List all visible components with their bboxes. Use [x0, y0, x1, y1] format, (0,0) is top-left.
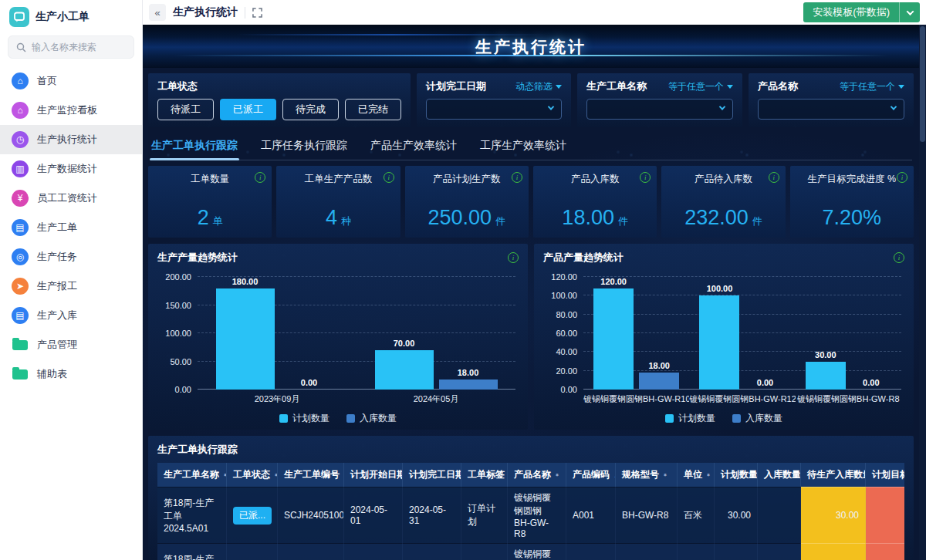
topbar-divider	[245, 7, 245, 19]
status-filter-option[interactable]: 已派工	[220, 99, 276, 120]
info-icon[interactable]: i	[894, 252, 904, 263]
chart-legend: 计划数量入库数量	[543, 412, 904, 425]
status-filter-option[interactable]: 已完结	[345, 99, 401, 120]
kpi-value: 18.00件	[533, 206, 657, 230]
folder-icon	[12, 369, 28, 380]
info-icon[interactable]: i	[512, 172, 522, 183]
order-filter-mode-link[interactable]: 等于任意一个	[668, 80, 733, 93]
cell-tag: 订单计划	[461, 487, 508, 543]
tab-产品生产效率统计[interactable]: 产品生产效率统计	[369, 136, 458, 160]
expand-icon[interactable]	[252, 8, 262, 18]
chevron-down-icon	[719, 103, 725, 110]
kpi-value-number: 2	[198, 206, 209, 230]
topbar: « 生产执行统计 安装模板(带数据)	[143, 0, 926, 25]
bar-计划数量[interactable]: 30.00	[806, 277, 846, 390]
install-template-label[interactable]: 安装模板(带数据)	[803, 2, 899, 22]
collapse-sidebar-button[interactable]: «	[149, 4, 166, 21]
work-order-table: 生产工单名称▲▼工单状态▲▼生产工单编号▲▼计划开始日期▲▼计划完工日期▼工单标…	[157, 463, 904, 560]
install-template-button[interactable]: 安装模板(带数据)	[803, 2, 920, 22]
product-filter-mode-link[interactable]: 等于任意一个	[840, 80, 904, 93]
y-axis-tick: 150.00	[156, 301, 191, 310]
app-logo-icon	[9, 7, 29, 27]
column-header-status[interactable]: 工单状态▲▼	[227, 463, 278, 487]
bar-计划数量[interactable]: 100.00	[699, 277, 739, 390]
info-icon[interactable]: i	[897, 172, 907, 183]
chart-header: 生产产量趋势统计i	[157, 251, 519, 265]
tab-工序生产效率统计[interactable]: 工序生产效率统计	[478, 136, 568, 160]
legend-swatch	[346, 414, 355, 423]
sidebar-item-label: 生产任务	[37, 250, 77, 264]
sidebar-item-salary-stats[interactable]: ¥员工工资统计	[0, 184, 142, 213]
legend-item-入库数量[interactable]: 入库数量	[732, 412, 782, 425]
bar-入库数量[interactable]: 18.00	[639, 277, 679, 390]
sidebar-item-home[interactable]: ⌂首页	[0, 66, 142, 96]
kpi-value-number: 250.00	[428, 206, 492, 230]
bar-chart-icon: ▥	[12, 160, 29, 177]
dashboard-scrollbar[interactable]	[919, 25, 926, 560]
column-header-code[interactable]: 产品编码▲	[566, 463, 616, 487]
bar-计划数量[interactable]: 120.00	[593, 277, 634, 390]
bar-入库数量[interactable]: 0.00	[745, 277, 785, 390]
app-title: 生产小工单	[35, 10, 90, 24]
sidebar-item-warehouse-in[interactable]: ▤生产入库	[0, 301, 142, 330]
bar	[375, 350, 434, 390]
legend-item-计划数量[interactable]: 计划数量	[279, 412, 330, 425]
page-tab[interactable]: 生产执行统计	[173, 5, 238, 19]
sidebar-item-data-stats[interactable]: ▥生产数据统计	[0, 154, 142, 184]
sidebar-item-report-work[interactable]: ➤生产报工	[0, 272, 142, 301]
kpi-card: 工单生产产品数i4种	[276, 166, 400, 238]
product-filter-select[interactable]	[758, 99, 904, 120]
chevron-down-icon	[906, 8, 914, 15]
status-filter-option[interactable]: 待派工	[157, 99, 214, 120]
info-icon[interactable]: i	[508, 252, 519, 263]
chevron-down-icon	[891, 103, 897, 110]
cell-unit: 百米	[678, 487, 715, 543]
tab-工序任务执行跟踪[interactable]: 工序任务执行跟踪	[259, 136, 349, 160]
bar-计划数量[interactable]: 180.00	[216, 277, 275, 390]
date-filter-select[interactable]	[426, 99, 562, 120]
column-header-order_no[interactable]: 生产工单编号▲▼	[278, 463, 344, 487]
column-header-in_qty[interactable]: 入库数量▲▼	[758, 463, 801, 487]
scrollbar-thumb[interactable]	[920, 26, 925, 142]
sidebar-item-product-mgmt[interactable]: 产品管理	[0, 330, 142, 359]
bar-入库数量[interactable]: 0.00	[280, 277, 339, 390]
column-header-start_date[interactable]: 计划开始日期▲▼	[344, 463, 403, 487]
bar-计划数量[interactable]: 70.00	[375, 277, 434, 390]
tab-生产工单执行跟踪[interactable]: 生产工单执行跟踪	[150, 136, 239, 160]
install-options-button[interactable]	[900, 2, 920, 22]
column-header-unit[interactable]: 单位▲▼	[678, 463, 715, 487]
column-header-end_date[interactable]: 计划完工日期▼	[403, 463, 461, 487]
column-header-pending_qty[interactable]: 待生产入库数量▲▼	[801, 463, 866, 487]
legend-swatch	[665, 414, 674, 423]
bar-入库数量[interactable]: 18.00	[439, 277, 498, 390]
sidebar-item-monitor-board[interactable]: ⌂生产监控看板	[0, 96, 142, 125]
kpi-label: 工单数量	[148, 173, 272, 186]
legend-item-计划数量[interactable]: 计划数量	[665, 412, 715, 425]
info-icon[interactable]: i	[769, 172, 779, 183]
cell-end_date: 2024-05-31	[403, 487, 461, 543]
column-header-tag[interactable]: 工单标签▲▼	[461, 463, 508, 487]
column-header-spec[interactable]: 规格型号▲▼	[616, 463, 678, 487]
status-filter-option[interactable]: 待完成	[282, 99, 339, 120]
legend-item-入库数量[interactable]: 入库数量	[346, 412, 397, 425]
date-filter-mode-link[interactable]: 动态筛选	[515, 80, 562, 93]
sidebar-item-execution-stats[interactable]: ◷生产执行统计	[0, 125, 142, 154]
bar-入库数量[interactable]: 0.00	[851, 277, 891, 390]
sidebar-search-input[interactable]: 输入名称来搜索	[8, 35, 134, 59]
info-icon[interactable]: i	[384, 172, 394, 183]
column-header-name[interactable]: 生产工单名称▲▼	[157, 463, 227, 487]
filter-bar: 工单状态 待派工已派工待完成已完结 计划完工日期 动态筛选 生产工单名称	[148, 73, 914, 127]
sidebar-item-task[interactable]: ◎生产任务	[0, 242, 142, 272]
order-filter-select[interactable]	[586, 99, 733, 120]
kpi-unit: 件	[618, 214, 628, 228]
column-header-plan_qty[interactable]: 计划数量▲▼	[715, 463, 758, 487]
column-header-completion[interactable]: 计划目标完成率▲▼	[866, 463, 904, 487]
cell-plan_qty: 30.00	[715, 487, 758, 543]
bar-value-label: 100.00	[707, 284, 733, 293]
cell-completion: 45.00	[866, 543, 904, 560]
sidebar-item-aux-table[interactable]: 辅助表	[0, 359, 142, 389]
chart-title: 生产产量趋势统计	[157, 251, 238, 265]
bar-value-label: 0.00	[301, 378, 317, 387]
sidebar-item-work-order[interactable]: ▤生产工单	[0, 213, 142, 242]
column-header-product[interactable]: 产品名称▲▼	[508, 463, 566, 487]
